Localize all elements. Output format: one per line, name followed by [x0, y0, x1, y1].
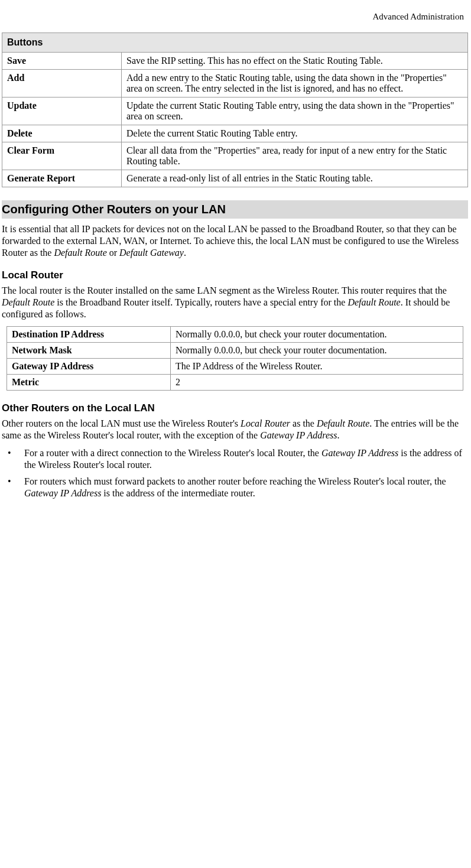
config-label: Destination IP Address: [7, 327, 170, 343]
button-name: Generate Report: [2, 170, 122, 187]
section-intro-paragraph: It is essential that all IP packets for …: [2, 223, 468, 259]
button-desc: Save the RIP setting. This has no effect…: [122, 53, 468, 70]
subheading-other-routers: Other Routers on the Local LAN: [2, 402, 468, 414]
table-row: Clear Form Clear all data from the "Prop…: [2, 142, 468, 170]
table-row: Generate Report Generate a read-only lis…: [2, 170, 468, 187]
config-label: Metric: [7, 375, 170, 391]
button-name: Update: [2, 97, 122, 125]
button-name: Save: [2, 53, 122, 70]
config-label: Gateway IP Address: [7, 359, 170, 375]
table-row: Add Add a new entry to the Static Routin…: [2, 70, 468, 97]
button-name: Clear Form: [2, 142, 122, 170]
table-row: Save Save the RIP setting. This has no e…: [2, 53, 468, 70]
list-item: For routers which must forward packets t…: [2, 476, 468, 499]
table-row: Network Mask Normally 0.0.0.0, but check…: [7, 343, 463, 359]
button-desc: Update the current Static Routing Table …: [122, 97, 468, 125]
config-label: Network Mask: [7, 343, 170, 359]
local-router-config-table: Destination IP Address Normally 0.0.0.0,…: [7, 326, 463, 391]
button-desc: Clear all data from the "Properties" are…: [122, 142, 468, 170]
button-desc: Delete the current Static Routing Table …: [122, 125, 468, 142]
table-row: Delete Delete the current Static Routing…: [2, 125, 468, 142]
button-name: Add: [2, 70, 122, 97]
section-heading-configuring: Configuring Other Routers on your LAN: [2, 200, 468, 219]
table-row: Destination IP Address Normally 0.0.0.0,…: [7, 327, 463, 343]
table-row: Update Update the current Static Routing…: [2, 97, 468, 125]
other-routers-bullets: For a router with a direct connection to…: [2, 447, 468, 499]
table-row: Gateway IP Address The IP Address of the…: [7, 359, 463, 375]
config-value: The IP Address of the Wireless Router.: [170, 359, 463, 375]
buttons-table: Buttons Save Save the RIP setting. This …: [2, 32, 468, 187]
buttons-table-title: Buttons: [2, 33, 468, 53]
local-router-paragraph: The local router is the Router installed…: [2, 285, 468, 320]
subheading-local-router: Local Router: [2, 269, 468, 281]
config-value: Normally 0.0.0.0, but check your router …: [170, 343, 463, 359]
page-header-section: Advanced Administration: [0, 12, 471, 22]
button-desc: Add a new entry to the Static Routing ta…: [122, 70, 468, 97]
config-value: Normally 0.0.0.0, but check your router …: [170, 327, 463, 343]
list-item: For a router with a direct connection to…: [2, 447, 468, 471]
table-row: Metric 2: [7, 375, 463, 391]
button-name: Delete: [2, 125, 122, 142]
config-value: 2: [170, 375, 463, 391]
other-routers-paragraph: Other routers on the local LAN must use …: [2, 418, 468, 441]
button-desc: Generate a read-only list of all entries…: [122, 170, 468, 187]
